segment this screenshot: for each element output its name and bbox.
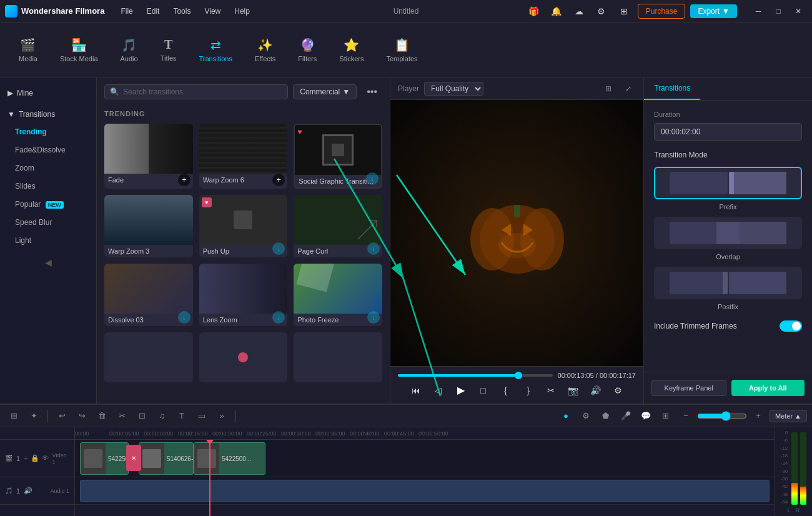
redo-button[interactable]: ↪ [73,407,91,425]
search-input[interactable] [123,87,282,96]
transition-card-warp6[interactable]: + Warp Zoom 6 [199,124,288,189]
transition-card-warp3[interactable]: Warp Zoom 3 [104,195,193,257]
zoom-in-button[interactable]: + [750,407,767,425]
toolbar-titles[interactable]: T Titles [152,32,186,67]
snap-button[interactable]: ⚙ [577,407,595,425]
audio-sync-button[interactable]: ♫ [153,407,171,425]
video-clip-1[interactable]: 5422500... [80,442,129,475]
mode-overlap[interactable]: Overlap [654,217,802,260]
transition-card-fade[interactable]: + Fade [104,124,193,189]
filter-dropdown[interactable]: Commercial ▼ [293,84,357,99]
grid-icon[interactable]: ⊞ [615,2,633,20]
track-lock-icon[interactable]: 🔒 [31,454,39,462]
meter-button[interactable]: Meter ▲ [770,410,807,422]
step-back-button[interactable]: ◁ [430,382,447,399]
sidebar-item-zoom[interactable]: Zoom [2,159,94,177]
transition-card-pushup[interactable]: ♥ ↓ Push Up [199,195,288,257]
transition-card-dissolve[interactable]: ↓ Dissolve 03 [104,264,193,326]
menu-view[interactable]: View [198,4,227,18]
subtitle-button[interactable]: 💬 [637,407,655,425]
menu-edit[interactable]: Edit [141,4,166,18]
marker-button[interactable]: ⬟ [597,407,615,425]
sidebar-item-light[interactable]: Light [2,232,94,249]
menu-tools[interactable]: Tools [167,4,197,18]
transition-marker[interactable] [126,445,141,471]
mark-in-button[interactable]: { [497,382,515,399]
sidebar-collapse[interactable]: ◀ [0,257,96,267]
progress-handle[interactable] [515,372,522,379]
progress-bar[interactable] [398,374,553,377]
zoom-slider[interactable] [697,411,747,421]
sidebar-item-slides[interactable]: Slides [2,177,94,195]
fullscreen-icon[interactable]: ⤢ [621,81,636,96]
sidebar-item-fadedissolve[interactable]: Fade&Dissolve [2,141,94,159]
track-add-icon[interactable]: + [24,454,27,462]
add-fade-icon[interactable]: + [178,174,191,186]
video-clip-2[interactable]: 5140626-u... [139,442,194,475]
toolbar-transitions[interactable]: ⇄ Transitions [191,32,241,67]
toolbar-effects[interactable]: ✨ Effects [246,32,284,67]
mode-postfix[interactable]: Postfix [654,267,802,310]
tab-transitions[interactable]: Transitions [644,77,700,100]
playhead[interactable] [209,440,210,516]
sidebar-transitions-header[interactable]: ▼ Transitions [0,106,96,122]
clip-button[interactable]: ✂ [542,382,560,399]
transition-card-lenszoom[interactable]: ↓ Lens Zoom [199,264,288,326]
extra-card-1[interactable] [104,332,193,382]
mark-out-button[interactable]: } [520,382,537,399]
download-photofreeze-icon[interactable]: ↓ [367,311,380,324]
toolbar-stickers[interactable]: ⭐ Stickers [330,32,372,67]
voiceover-button[interactable]: 🎤 [617,407,635,425]
quality-select[interactable]: Full Quality 1/2 Quality 1/4 Quality [424,82,483,96]
transition-card-pagecurl[interactable]: ↓ Page Curl [294,195,382,257]
duration-value[interactable]: 00:00:02:00 [654,123,802,141]
purchase-button[interactable]: Purchase [638,4,686,19]
snapshot-button[interactable]: 📷 [565,382,582,399]
toolbar-filters[interactable]: 🔮 Filters [289,32,325,67]
settings-icon[interactable]: ⚙ [593,2,610,20]
transition-card-social[interactable]: ♥ ↓ Social Graphic Transiti... [294,124,382,189]
sidebar-mine-header[interactable]: ▶ Mine [0,85,96,101]
cut-button[interactable]: ✂ [113,407,131,425]
stop-button[interactable]: □ [475,382,492,399]
apply-to-all-button[interactable]: Apply to All [731,380,805,396]
frame-button[interactable]: ▭ [193,407,210,425]
toolbar-media[interactable]: 🎬 Media [10,32,46,67]
mode-prefix[interactable]: Prefix [654,167,802,211]
menu-help[interactable]: Help [228,4,256,18]
gift-icon[interactable]: 🎁 [525,2,543,20]
more-tools-button[interactable]: » [213,407,230,425]
sidebar-item-speedblur[interactable]: Speed Blur [2,214,94,231]
arrow-icon[interactable]: 🔔 [548,2,565,20]
zoom-out-button[interactable]: − [677,407,695,425]
toolbar-templates[interactable]: 📋 Templates [377,32,426,67]
toolbar-audio[interactable]: 🎵 Audio [112,32,147,67]
close-button[interactable]: ✕ [790,2,807,20]
volume-button[interactable]: 🔊 [587,382,605,399]
export-button[interactable]: Export ▼ [690,4,737,18]
text-button[interactable]: T [173,407,191,425]
extra-card-3[interactable] [294,332,382,382]
audio-mute-icon[interactable]: 🔊 [24,487,32,495]
undo-button[interactable]: ↩ [53,407,71,425]
scene-split-button[interactable]: ⊞ [5,407,22,425]
sidebar-item-popular[interactable]: Popular NEW [2,196,94,213]
crop-button[interactable]: ⊡ [133,407,151,425]
transition-card-photofreeze[interactable]: ↓ Photo Freeze [294,264,382,326]
extra-card-2[interactable] [199,332,288,382]
download-dissolve-icon[interactable]: ↓ [178,311,191,324]
download-pagecurl-icon[interactable]: ↓ [367,242,380,255]
video-clip-3[interactable]: 5422500... [194,442,265,475]
delete-button[interactable]: 🗑 [93,407,111,425]
settings-ctrl-button[interactable]: ⚙ [610,382,627,399]
track-eye-icon[interactable]: 👁 [42,454,49,462]
play-button[interactable]: ▶ [452,382,470,399]
maximize-button[interactable]: □ [770,2,787,20]
layout-icon[interactable]: ⊞ [601,81,616,96]
trim-frames-toggle[interactable] [780,320,802,332]
sidebar-item-trending[interactable]: Trending [2,123,94,141]
download-social-icon[interactable]: ↓ [366,172,379,185]
menu-file[interactable]: File [114,4,139,18]
record-button[interactable]: ● [557,407,575,425]
more-options-button[interactable]: ••• [362,84,382,100]
